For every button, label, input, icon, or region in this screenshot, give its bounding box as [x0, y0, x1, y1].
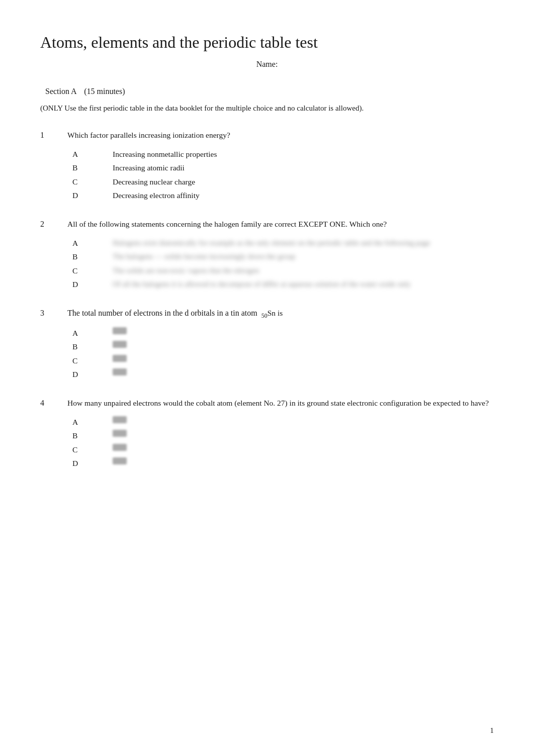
name-line: Name:	[40, 58, 494, 70]
question-1-content: Which factor parallels increasing ioniza…	[67, 129, 494, 203]
option-1d[interactable]: D Decreasing electron affinity	[72, 190, 494, 201]
question-1-number: 1	[40, 129, 55, 203]
question-2: 2 All of the following statements concer…	[40, 218, 494, 292]
option-value-blurred	[113, 457, 127, 464]
question-3: 3 The total number of electrons in the d…	[40, 307, 494, 382]
option-value-blurred	[113, 327, 127, 334]
option-2c[interactable]: C The solids are non-toxic vapors that t…	[72, 265, 494, 276]
option-letter: C	[72, 444, 82, 455]
option-letter: C	[72, 176, 82, 187]
option-value-blurred	[113, 444, 127, 451]
question-3-text-part: The total number of electrons in the d o…	[67, 307, 257, 319]
option-value-blurred	[113, 341, 127, 348]
question-3-text: The total number of electrons in the d o…	[67, 307, 494, 320]
question-4-content: How many unpaired electrons would the co…	[67, 397, 494, 471]
option-1c[interactable]: C Decreasing nuclear charge	[72, 176, 494, 187]
option-3a[interactable]: A	[72, 327, 494, 339]
question-1-text: Which factor parallels increasing ioniza…	[67, 129, 494, 141]
option-text: Decreasing nuclear charge	[113, 176, 195, 187]
option-letter: D	[72, 278, 82, 290]
option-letter: D	[72, 368, 82, 380]
question-3-number: 3	[40, 307, 55, 382]
option-letter: B	[72, 430, 82, 441]
option-1a[interactable]: A Increasing nonmetallic properties	[72, 148, 494, 160]
question-2-options: A Halogens exist diatomically for exampl…	[72, 237, 494, 290]
question-4-options: A B C D	[72, 416, 494, 469]
option-text-blurred: Of all the halogens it is allowed to dec…	[113, 278, 411, 290]
option-letter: D	[72, 190, 82, 201]
option-letter: D	[72, 457, 82, 469]
question-3-options: A B C D	[72, 327, 494, 380]
page-number: 1	[490, 725, 494, 736]
option-text-blurred: The solids are non-toxic vapors that the…	[113, 265, 259, 276]
question-1-options: A Increasing nonmetallic properties B In…	[72, 148, 494, 201]
option-text: Increasing atomic radii	[113, 162, 185, 173]
section-note: (ONLY Use the first periodic table in th…	[40, 102, 494, 114]
option-3d[interactable]: D	[72, 368, 494, 380]
option-4c[interactable]: C	[72, 444, 494, 455]
option-letter: A	[72, 148, 82, 160]
option-2d[interactable]: D Of all the halogens it is allowed to d…	[72, 278, 494, 290]
option-text: Decreasing electron affinity	[113, 190, 200, 201]
option-letter: A	[72, 327, 82, 339]
option-value-blurred	[113, 368, 127, 375]
question-1: 1 Which factor parallels increasing ioni…	[40, 129, 494, 203]
option-text-blurred: The halogens — solids become increasingl…	[113, 251, 295, 262]
question-4-text: How many unpaired electrons would the co…	[67, 397, 494, 409]
option-text: Increasing nonmetallic properties	[113, 148, 217, 160]
question-4: 4 How many unpaired electrons would the …	[40, 397, 494, 471]
question-3-content: The total number of electrons in the d o…	[67, 307, 494, 382]
question-2-content: All of the following statements concerni…	[67, 218, 494, 292]
question-2-text: All of the following statements concerni…	[67, 218, 494, 230]
option-text-blurred: Halogens exist diatomically for example …	[113, 237, 430, 249]
option-2b[interactable]: B The halogens — solids become increasin…	[72, 251, 494, 262]
option-4d[interactable]: D	[72, 457, 494, 469]
option-2a[interactable]: A Halogens exist diatomically for exampl…	[72, 237, 494, 249]
option-letter: C	[72, 355, 82, 366]
option-value-blurred	[113, 416, 127, 423]
section-time: (15 minutes)	[84, 87, 125, 96]
option-3b[interactable]: B	[72, 341, 494, 352]
section-header: Section A (15 minutes)	[40, 84, 494, 98]
option-letter: C	[72, 265, 82, 276]
option-3c[interactable]: C	[72, 355, 494, 366]
option-1b[interactable]: B Increasing atomic radii	[72, 162, 494, 173]
question-4-number: 4	[40, 397, 55, 471]
option-letter: B	[72, 341, 82, 352]
option-letter: A	[72, 416, 82, 428]
section-label: Section A	[45, 87, 77, 96]
option-4b[interactable]: B	[72, 430, 494, 441]
option-letter: B	[72, 162, 82, 173]
option-letter: B	[72, 251, 82, 262]
option-value-blurred	[113, 430, 127, 437]
option-4a[interactable]: A	[72, 416, 494, 428]
tin-formula: 50Sn is	[261, 307, 283, 320]
option-letter: A	[72, 237, 82, 249]
question-2-number: 2	[40, 218, 55, 292]
page-title: Atoms, elements and the periodic table t…	[40, 30, 494, 54]
option-value-blurred	[113, 355, 127, 362]
